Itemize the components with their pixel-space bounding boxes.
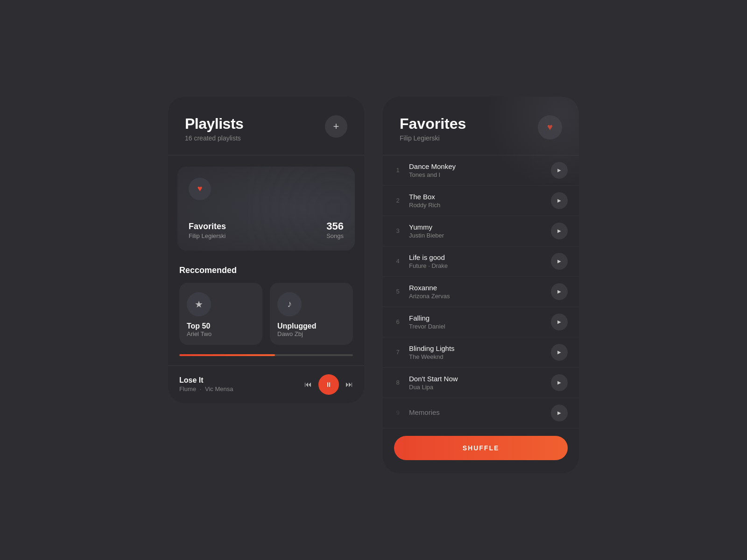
song-play-button-8[interactable]: ▶ bbox=[551, 374, 568, 391]
song-title-5: Roxanne bbox=[409, 284, 543, 292]
song-num-8: 8 bbox=[394, 379, 402, 386]
rewind-button[interactable]: ⏮ bbox=[304, 380, 312, 389]
unplugged-icon-circle: ♪ bbox=[277, 292, 302, 316]
song-num-9: 9 bbox=[394, 409, 402, 416]
recommended-title: Reccomended bbox=[179, 266, 353, 275]
song-artist-7: The Weeknd bbox=[409, 353, 543, 360]
top50-info: Top 50 Ariel Two bbox=[187, 322, 255, 337]
song-play-button-9[interactable]: ▶ bbox=[551, 405, 568, 421]
favorites-panel-owner: Filip Legierski bbox=[400, 134, 466, 142]
song-artist-3: Justin Bieber bbox=[409, 232, 543, 239]
favorites-header-text: Favorites Filip Legierski bbox=[400, 115, 466, 142]
favorites-owner: Filip Legierski bbox=[189, 232, 226, 239]
unplugged-owner: Dawo Zbj bbox=[277, 330, 345, 337]
song-info-3: Yummy Justin Bieber bbox=[409, 223, 543, 239]
song-num-5: 5 bbox=[394, 288, 402, 295]
song-info-7: Blinding Lights The Weeknd bbox=[409, 344, 543, 360]
playlists-panel: Playlists 16 created playlists + ♥ Favor… bbox=[168, 97, 364, 403]
favorites-header: Favorites Filip Legierski ♥ bbox=[383, 97, 579, 155]
rec-card-top50[interactable]: ★ Top 50 Ariel Two bbox=[179, 283, 262, 345]
shuffle-button[interactable]: SHUFFLE bbox=[394, 436, 568, 460]
song-info-2: The Box Roddy Rich bbox=[409, 193, 543, 209]
song-item-2: 2 The Box Roddy Rich ▶ bbox=[383, 186, 579, 216]
top50-icon-circle: ★ bbox=[187, 292, 211, 316]
song-title-6: Falling bbox=[409, 314, 543, 322]
song-info-4: Life is good Future · Drake bbox=[409, 253, 543, 269]
add-playlist-button[interactable]: + bbox=[325, 115, 347, 138]
song-artist-2: Roddy Rich bbox=[409, 202, 543, 209]
song-artist-1: Tones and I bbox=[409, 171, 543, 178]
song-item-4: 4 Life is good Future · Drake ▶ bbox=[383, 246, 579, 277]
playlists-header: Playlists 16 created playlists + bbox=[168, 97, 364, 155]
song-title-3: Yummy bbox=[409, 223, 543, 231]
song-play-button-3[interactable]: ▶ bbox=[551, 223, 568, 239]
now-playing-artist2: Vic Mensa bbox=[205, 385, 233, 392]
dot-separator: · bbox=[200, 385, 202, 392]
plus-icon: + bbox=[333, 120, 339, 133]
song-info-9: Memories bbox=[409, 408, 543, 417]
song-item-5: 5 Roxanne Arizona Zervas ▶ bbox=[383, 277, 579, 307]
rec-card-unplugged[interactable]: ♪ Unplugged Dawo Zbj bbox=[270, 283, 353, 345]
song-info-6: Falling Trevor Daniel bbox=[409, 314, 543, 330]
song-artist-6: Trevor Daniel bbox=[409, 323, 543, 330]
song-play-button-2[interactable]: ▶ bbox=[551, 192, 568, 209]
pause-icon: ⏸ bbox=[325, 381, 332, 388]
song-list: 1 Dance Monkey Tones and I ▶ 2 The Box R… bbox=[383, 155, 579, 428]
song-play-button-4[interactable]: ▶ bbox=[551, 253, 568, 270]
song-artist-4: Future · Drake bbox=[409, 262, 543, 269]
recommended-cards: ★ Top 50 Ariel Two ♪ Unplugged Dawo Zbj bbox=[179, 283, 353, 345]
favorites-card-bottom: Favorites Filip Legierski 356 Songs bbox=[189, 220, 344, 239]
favorites-count-num: 356 bbox=[326, 220, 344, 232]
top50-owner: Ariel Two bbox=[187, 330, 255, 337]
song-num-3: 3 bbox=[394, 227, 402, 234]
heart-filled-icon: ♥ bbox=[547, 122, 553, 133]
playlists-header-text: Playlists 16 created playlists bbox=[185, 115, 243, 142]
now-playing-info: Lose It Flume · Vic Mensa bbox=[179, 376, 233, 392]
song-title-1: Dance Monkey bbox=[409, 162, 543, 170]
song-artist-8: Dua Lipa bbox=[409, 384, 543, 391]
playlists-subtitle: 16 created playlists bbox=[185, 134, 243, 142]
song-item-8: 8 Don't Start Now Dua Lipa ▶ bbox=[383, 368, 579, 398]
favorites-count-label: Songs bbox=[326, 232, 344, 239]
song-play-button-5[interactable]: ▶ bbox=[551, 283, 568, 300]
song-num-7: 7 bbox=[394, 349, 402, 356]
heart-icon: ♥ bbox=[197, 184, 203, 194]
guitar-icon: ♪ bbox=[287, 299, 292, 309]
pause-button[interactable]: ⏸ bbox=[318, 374, 339, 395]
song-item-7: 7 Blinding Lights The Weeknd ▶ bbox=[383, 337, 579, 368]
playback-controls: ⏮ ⏸ ⏭ bbox=[304, 374, 353, 395]
now-playing-artist: Flume · Vic Mensa bbox=[179, 385, 233, 392]
progress-bar-track[interactable] bbox=[179, 354, 353, 356]
song-item-1: 1 Dance Monkey Tones and I ▶ bbox=[383, 155, 579, 186]
favorites-heart-circle: ♥ bbox=[189, 178, 211, 200]
song-item-6: 6 Falling Trevor Daniel ▶ bbox=[383, 307, 579, 337]
progress-bar-fill bbox=[179, 354, 275, 356]
progress-section bbox=[168, 354, 364, 366]
favorites-panel: Favorites Filip Legierski ♥ 1 Dance Monk… bbox=[383, 97, 579, 473]
favorites-info: Favorites Filip Legierski bbox=[189, 222, 226, 239]
favorites-card[interactable]: ♥ Favorites Filip Legierski 356 Songs bbox=[177, 167, 355, 251]
top50-name: Top 50 bbox=[187, 322, 255, 330]
favorites-heart-button[interactable]: ♥ bbox=[538, 115, 562, 140]
song-info-5: Roxanne Arizona Zervas bbox=[409, 284, 543, 300]
favorites-name: Favorites bbox=[189, 222, 226, 231]
song-title-8: Don't Start Now bbox=[409, 375, 543, 383]
song-title-2: The Box bbox=[409, 193, 543, 201]
song-num-4: 4 bbox=[394, 258, 402, 265]
song-title-4: Life is good bbox=[409, 253, 543, 261]
song-artist-5: Arizona Zervas bbox=[409, 293, 543, 300]
song-play-button-7[interactable]: ▶ bbox=[551, 344, 568, 361]
favorites-count: 356 Songs bbox=[326, 220, 344, 239]
song-item-9: 9 Memories ▶ bbox=[383, 398, 579, 428]
song-num-6: 6 bbox=[394, 318, 402, 325]
song-play-button-1[interactable]: ▶ bbox=[551, 162, 568, 179]
song-num-2: 2 bbox=[394, 197, 402, 204]
playlists-title: Playlists bbox=[185, 115, 243, 133]
song-num-1: 1 bbox=[394, 167, 402, 174]
song-info-1: Dance Monkey Tones and I bbox=[409, 162, 543, 178]
now-playing-title: Lose It bbox=[179, 376, 233, 385]
song-title-9: Memories bbox=[409, 408, 543, 416]
song-play-button-6[interactable]: ▶ bbox=[551, 314, 568, 330]
song-info-8: Don't Start Now Dua Lipa bbox=[409, 375, 543, 391]
fast-forward-button[interactable]: ⏭ bbox=[345, 380, 353, 389]
